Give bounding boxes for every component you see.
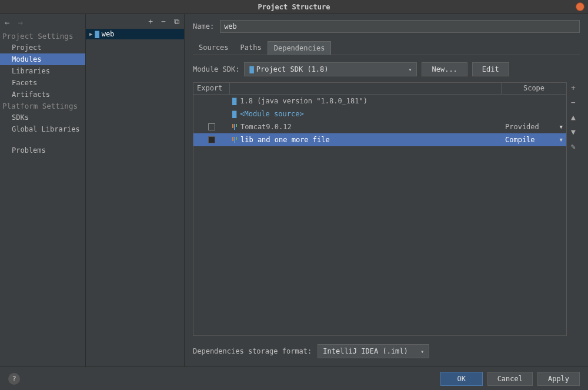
forward-icon: → bbox=[18, 18, 22, 27]
move-down-icon[interactable]: ▼ bbox=[571, 127, 576, 136]
module-name-input[interactable] bbox=[220, 20, 580, 33]
sidebar-item-artifacts[interactable]: Artifacts bbox=[0, 89, 85, 100]
add-icon[interactable]: + bbox=[148, 18, 153, 25]
sidebar-item-project[interactable]: Project bbox=[0, 42, 85, 53]
close-icon[interactable] bbox=[576, 2, 584, 11]
storage-format-value: IntelliJ IDEA (.iml) bbox=[323, 347, 408, 355]
module-tree-item[interactable]: ▶ ▇ web bbox=[86, 29, 184, 39]
chevron-down-icon: ▼ bbox=[560, 137, 563, 143]
dep-name: Tomcat9.0.12 bbox=[240, 123, 292, 131]
ok-button[interactable]: OK bbox=[440, 372, 483, 386]
help-icon[interactable]: ? bbox=[8, 373, 20, 385]
module-sdk-value: Project SDK (1.8) bbox=[256, 65, 329, 73]
column-scope: Scope bbox=[502, 83, 566, 94]
storage-format-label: Dependencies storage format: bbox=[193, 347, 312, 355]
section-platform-settings: Platform Settings bbox=[0, 100, 85, 112]
name-label: Name: bbox=[193, 22, 214, 31]
column-name bbox=[230, 83, 502, 94]
export-checkbox[interactable] bbox=[208, 123, 215, 130]
remove-icon[interactable]: − bbox=[161, 18, 166, 25]
export-checkbox[interactable] bbox=[208, 136, 215, 143]
window-title: Project Structure bbox=[258, 3, 330, 11]
module-name: web bbox=[102, 30, 115, 38]
expand-icon[interactable]: ▶ bbox=[89, 31, 92, 37]
module-sdk-combo[interactable]: ▇ Project SDK (1.8) bbox=[244, 62, 417, 76]
dep-name: lib and one more file bbox=[240, 136, 330, 144]
sidebar-item-facets[interactable]: Facets bbox=[0, 77, 85, 89]
tab-sources[interactable]: Sources bbox=[193, 41, 235, 55]
edit-dependency-icon[interactable]: ✎ bbox=[571, 142, 576, 151]
dependency-row-source[interactable]: ▇ <Module source> bbox=[193, 107, 566, 120]
tab-paths[interactable]: Paths bbox=[235, 41, 268, 55]
sidebar-item-global-libraries[interactable]: Global Libraries bbox=[0, 123, 85, 135]
cancel-button[interactable]: Cancel bbox=[487, 372, 533, 386]
column-export: Export bbox=[193, 83, 230, 94]
module-icon: ▇ bbox=[95, 30, 99, 38]
remove-dependency-icon[interactable]: − bbox=[571, 98, 576, 107]
back-icon[interactable]: ← bbox=[5, 18, 9, 27]
sidebar-item-modules[interactable]: Modules bbox=[0, 53, 85, 65]
add-dependency-icon[interactable]: + bbox=[571, 83, 576, 92]
sidebar-item-problems[interactable]: Problems bbox=[0, 144, 85, 156]
dependency-row-tomcat[interactable]: Tomcat9.0.12 Provided ▼ bbox=[193, 120, 566, 133]
library-icon bbox=[232, 137, 237, 143]
apply-button[interactable]: Apply bbox=[537, 372, 580, 386]
new-sdk-button[interactable]: New... bbox=[422, 62, 467, 76]
dependency-row-sdk[interactable]: ▇ 1.8 (java version "1.8.0_181") bbox=[193, 95, 566, 107]
dep-name: 1.8 (java version "1.8.0_181") bbox=[240, 97, 368, 105]
library-icon bbox=[232, 124, 237, 130]
move-up-icon[interactable]: ▲ bbox=[571, 113, 576, 122]
tab-dependencies[interactable]: Dependencies bbox=[268, 41, 332, 55]
jdk-icon: ▇ bbox=[232, 97, 236, 105]
folder-icon: ▇ bbox=[249, 65, 253, 73]
source-icon: ▇ bbox=[232, 110, 236, 118]
scope-combo[interactable]: Compile ▼ bbox=[502, 136, 566, 144]
module-sdk-label: Module SDK: bbox=[193, 65, 239, 73]
dep-name: <Module source> bbox=[240, 110, 303, 118]
storage-format-combo[interactable]: IntelliJ IDEA (.iml) bbox=[318, 344, 429, 358]
chevron-down-icon: ▼ bbox=[560, 124, 563, 130]
copy-icon[interactable]: ⧉ bbox=[174, 18, 179, 25]
dependency-row-lib[interactable]: lib and one more file Compile ▼ bbox=[193, 133, 566, 146]
scope-combo[interactable]: Provided ▼ bbox=[502, 123, 566, 131]
sidebar-item-sdks[interactable]: SDKs bbox=[0, 112, 85, 123]
edit-sdk-button[interactable]: Edit bbox=[472, 62, 509, 76]
sidebar-item-libraries[interactable]: Libraries bbox=[0, 65, 85, 77]
section-project-settings: Project Settings bbox=[0, 31, 85, 42]
